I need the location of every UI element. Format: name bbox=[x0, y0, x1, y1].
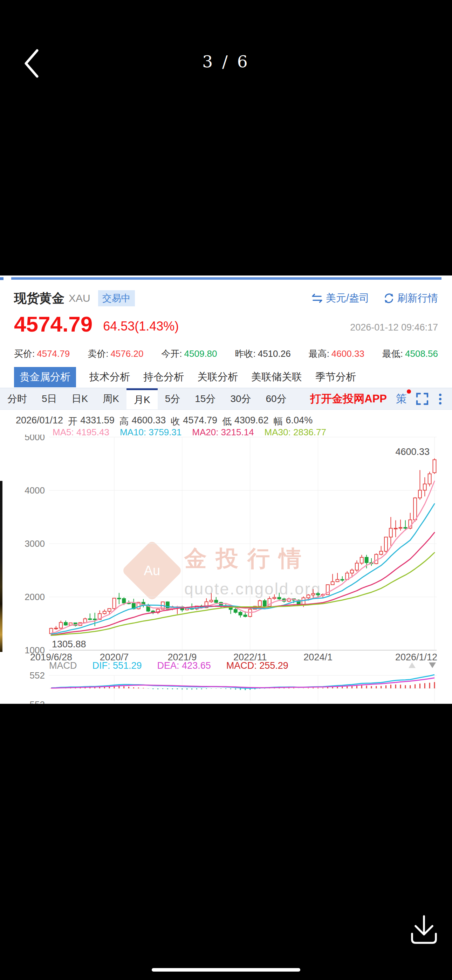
photo-counter: 3 / 6 bbox=[0, 52, 452, 71]
download-icon[interactable] bbox=[408, 913, 440, 947]
period-tab-15min[interactable]: 15分 bbox=[188, 388, 223, 409]
analysis-tabs: 贵金属分析 技术分析 持仓分析 关联分析 美联储关联 季节分析 bbox=[0, 367, 452, 388]
tab-position-analysis[interactable]: 持仓分析 bbox=[143, 370, 184, 384]
quote-timestamp: 2026-01-12 09:46:17 bbox=[350, 322, 438, 335]
instrument-symbol: XAU bbox=[69, 292, 91, 304]
notification-dot bbox=[407, 390, 411, 394]
trading-status-badge: 交易中 bbox=[98, 290, 135, 306]
last-price: 4574.79 bbox=[14, 313, 92, 335]
strategy-button[interactable]: 策 bbox=[396, 391, 407, 406]
stat-ask: 卖价:4576.20 bbox=[88, 348, 143, 360]
blue-bar-notch bbox=[0, 277, 3, 280]
ohlc-date: 2026/01/12 bbox=[16, 415, 63, 428]
svg-text:4000: 4000 bbox=[24, 485, 45, 496]
swap-arrows-icon bbox=[311, 293, 323, 304]
price-change: 64.53(1.43%) bbox=[103, 319, 179, 335]
blue-top-bar bbox=[11, 277, 441, 280]
fullscreen-icon[interactable] bbox=[416, 393, 428, 405]
ohlc-readout: 2026/01/12 开4331.59 高4600.33 收4574.79 低4… bbox=[16, 415, 312, 428]
macd-legend: MACD DIF: 551.29 DEA: 423.65 MACD: 255.2… bbox=[49, 660, 288, 671]
tab-technical-analysis[interactable]: 技术分析 bbox=[89, 370, 130, 384]
period-tab-realtime[interactable]: 分时 bbox=[0, 388, 34, 409]
open-app-link[interactable]: 打开金投网APP bbox=[310, 391, 387, 406]
period-tab-60min[interactable]: 60分 bbox=[259, 388, 294, 409]
quote-stats-row: 买价:4574.79 卖价:4576.20 今开:4509.80 昨收:4510… bbox=[14, 348, 438, 360]
tab-precious-metal-analysis[interactable]: 贵金属分析 bbox=[14, 367, 76, 387]
svg-text:2000: 2000 bbox=[24, 592, 45, 602]
svg-text:3000: 3000 bbox=[24, 538, 45, 549]
tab-fed-correlation[interactable]: 美联储关联 bbox=[251, 370, 302, 384]
price-row: 4574.79 64.53(1.43%) 2026-01-12 09:46:17 bbox=[14, 310, 438, 335]
period-tab-daily[interactable]: 日K bbox=[64, 388, 95, 409]
tab-correlation-analysis[interactable]: 关联分析 bbox=[197, 370, 238, 384]
svg-text:2024/1: 2024/1 bbox=[304, 652, 333, 662]
svg-text:2026/1/12: 2026/1/12 bbox=[395, 652, 437, 662]
svg-text:5000: 5000 bbox=[24, 434, 45, 442]
stat-prev-close: 昨收:4510.26 bbox=[235, 348, 290, 360]
period-tab-monthly[interactable]: 月K bbox=[126, 388, 158, 409]
stat-open: 今开:4509.80 bbox=[161, 348, 217, 360]
tab-seasonal-analysis[interactable]: 季节分析 bbox=[315, 370, 356, 384]
more-menu-icon[interactable] bbox=[438, 392, 443, 406]
period-tab-weekly[interactable]: 周K bbox=[95, 388, 126, 409]
instrument-name: 现货黄金 bbox=[14, 290, 64, 307]
period-tab-bar: 分时 5日 日K 周K 月K 5分 15分 30分 60分 打开金投网APP 策 bbox=[0, 388, 452, 410]
svg-text:552: 552 bbox=[30, 670, 45, 681]
adjacent-photo-strip bbox=[0, 481, 2, 652]
quote-panel: 现货黄金 XAU 交易中 美元/盎司 bbox=[0, 275, 452, 704]
period-tab-30min[interactable]: 30分 bbox=[223, 388, 258, 409]
period-tab-5day[interactable]: 5日 bbox=[34, 388, 64, 409]
quote-title-row: 现货黄金 XAU 交易中 美元/盎司 bbox=[14, 290, 438, 307]
unit-switch-link[interactable]: 美元/盎司 bbox=[311, 291, 369, 305]
refresh-quote-link[interactable]: 刷新行情 bbox=[383, 291, 438, 305]
svg-text:4600.33: 4600.33 bbox=[395, 447, 430, 457]
stat-low: 最低:4508.56 bbox=[382, 348, 438, 360]
stat-bid: 买价:4574.79 bbox=[14, 348, 70, 360]
period-tab-5min[interactable]: 5分 bbox=[158, 388, 188, 409]
stat-high: 最高:4600.33 bbox=[309, 348, 364, 360]
home-indicator[interactable] bbox=[152, 968, 300, 972]
refresh-icon bbox=[383, 293, 395, 304]
photo-viewer-topbar: 3 / 6 bbox=[0, 46, 452, 88]
svg-text:1305.88: 1305.88 bbox=[52, 639, 86, 649]
svg-text:552: 552 bbox=[30, 699, 45, 704]
photo-viewer-screen: 3 / 6 现货黄金 XAU 交易中 美元/盎司 bbox=[0, 0, 452, 980]
